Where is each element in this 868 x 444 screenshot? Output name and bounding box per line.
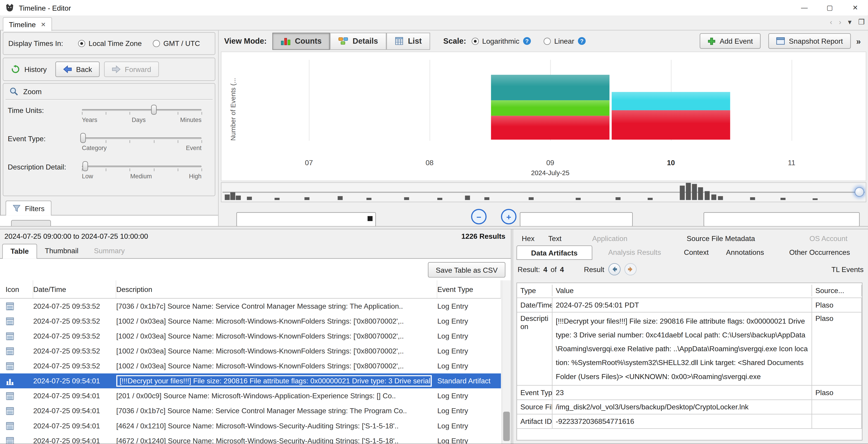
event-count-bar[interactable]: [612, 92, 730, 140]
tab-text[interactable]: Text: [540, 232, 570, 245]
slider-thumb[interactable]: [80, 133, 86, 143]
bar-segment: [491, 116, 610, 140]
view-mode-label-text: List: [408, 37, 422, 46]
event-count-bar[interactable]: [491, 75, 610, 140]
scale-label: Scale:: [443, 37, 466, 46]
timeline-scrubber[interactable]: [221, 182, 866, 202]
scrollbar-thumb[interactable]: [503, 412, 510, 441]
snapshot-report-button[interactable]: Snapshot Report: [768, 33, 850, 49]
tab-context[interactable]: Context: [677, 245, 716, 260]
scroll-tabs-left-icon[interactable]: ‹: [830, 18, 832, 26]
tab-timeline[interactable]: Timeline ✕: [3, 17, 52, 31]
tab-source-file-metadata[interactable]: Source File Metadata: [650, 232, 792, 245]
table-row[interactable]: 2024-07-25 09:54:01[4672 / 0x1240] Sourc…: [0, 433, 501, 444]
cell-datetime: 2024-07-25 09:54:01: [33, 407, 116, 415]
radio-logarithmic[interactable]: Logarithmic?: [472, 37, 532, 46]
slider-time-units[interactable]: [82, 105, 202, 116]
tab-hex[interactable]: Hex: [517, 232, 540, 245]
radio-linear[interactable]: Linear?: [544, 37, 587, 46]
forward-button-label: Forward: [125, 65, 151, 73]
slider-event-type[interactable]: [82, 133, 202, 144]
results-count: 1226 Results: [462, 232, 505, 241]
detail-row[interactable]: Artifact ID-9223372036854771616: [517, 414, 862, 429]
cell-description: [1002 / 0x03ea] Source Name: Microsoft-W…: [116, 317, 437, 325]
column-header-datetime[interactable]: Date/Time: [33, 280, 116, 298]
table-row[interactable]: 2024-07-25 09:53:52[1002 / 0x03ea] Sourc…: [0, 358, 501, 374]
view-mode-label: View Mode:: [224, 37, 267, 46]
help-icon[interactable]: ?: [578, 37, 587, 46]
detail-row[interactable]: Source File Path/img_disk2/vol_vol3/User…: [517, 400, 862, 415]
forward-button[interactable]: Forward: [104, 62, 159, 77]
close-button[interactable]: ✕: [842, 0, 868, 16]
slider-thumb[interactable]: [83, 161, 88, 171]
scrubber-handle[interactable]: [855, 187, 864, 197]
column-header-source[interactable]: Source...: [812, 285, 862, 296]
radio-label: Local Time Zone: [89, 39, 142, 48]
radio-local-time-zone[interactable]: Local Time Zone: [78, 39, 142, 48]
scroll-tabs-right-icon[interactable]: ›: [839, 18, 841, 26]
tab-filters[interactable]: Filters: [5, 201, 52, 215]
detail-row[interactable]: Event Type23Plaso: [517, 386, 862, 400]
help-icon[interactable]: ?: [523, 37, 532, 46]
slider-tick-label: Event: [186, 145, 202, 151]
radio-gmt-utc[interactable]: GMT / UTC: [153, 39, 200, 48]
scrubber-track[interactable]: [222, 192, 865, 193]
slider-tick-label: Category: [82, 145, 106, 151]
end-time-field[interactable]: [704, 212, 860, 226]
duration-field[interactable]: [520, 212, 632, 226]
save-table-csv-button[interactable]: Save Table as CSV: [428, 262, 505, 278]
timeline-controls-panel: Display Times In: Local Time ZoneGMT / U…: [0, 31, 218, 226]
previous-result-button[interactable]: [608, 263, 620, 275]
minimize-button[interactable]: —: [792, 0, 817, 16]
tab-close-icon[interactable]: ✕: [41, 21, 46, 28]
tab-other-occurrences[interactable]: Other Occurrences: [775, 245, 865, 260]
next-result-button[interactable]: [624, 263, 637, 275]
zoom-in-button[interactable]: +: [501, 209, 517, 225]
table-row[interactable]: 2024-07-25 09:54:01[7036 / 0x1b7c] Sourc…: [0, 403, 501, 418]
back-button[interactable]: Back: [56, 62, 100, 77]
x-tick-label: 07: [297, 158, 321, 167]
vertical-scrollbar[interactable]: [501, 280, 511, 444]
add-event-button[interactable]: Add Event: [700, 33, 761, 49]
tab-table[interactable]: Table: [2, 244, 37, 259]
table-row[interactable]: 2024-07-25 09:54:01[201 / 0x00c9] Source…: [0, 388, 501, 403]
table-row[interactable]: 2024-07-25 09:53:52[7036 / 0x1b7c] Sourc…: [0, 299, 501, 314]
scrubber-histogram-bar: [275, 198, 279, 200]
start-time-field[interactable]: [236, 212, 376, 226]
column-header-event-type[interactable]: Event Type: [437, 280, 501, 298]
view-mode-list[interactable]: List: [386, 32, 430, 50]
column-header-description[interactable]: Description: [116, 280, 437, 298]
table-row[interactable]: 2024-07-25 09:53:52[1002 / 0x03ea] Sourc…: [0, 314, 501, 329]
tab-list-dropdown-icon[interactable]: ▾: [848, 18, 851, 26]
scrubber-histogram-bar: [680, 185, 685, 200]
timeline-event-icon: [0, 377, 33, 385]
slider-thumb[interactable]: [151, 105, 156, 115]
table-row[interactable]: 2024-07-25 09:53:52[1002 / 0x03ea] Sourc…: [0, 329, 501, 344]
column-header-type[interactable]: Type: [517, 285, 553, 296]
tab-data-artifacts[interactable]: Data Artifacts: [517, 245, 592, 260]
horizontal-splitter[interactable]: [0, 226, 868, 230]
view-mode-counts[interactable]: Counts: [272, 32, 330, 50]
detail-row[interactable]: Description[!!!Decrypt your files!!!] Fi…: [517, 313, 862, 386]
table-row[interactable]: 2024-07-25 09:54:01[4624 / 0x1210] Sourc…: [0, 418, 501, 433]
scrubber-histogram-bar: [367, 198, 371, 200]
zoom-out-button[interactable]: −: [471, 209, 487, 225]
result-of-label: of: [551, 265, 557, 274]
slider-description-detail[interactable]: [82, 161, 202, 172]
view-mode-details[interactable]: Details: [330, 32, 386, 50]
maximize-pane-icon[interactable]: ❐: [858, 18, 865, 26]
table-row[interactable]: 2024-07-25 09:53:52[1002 / 0x03ea] Sourc…: [0, 344, 501, 358]
focused-cell: [!!!Decrypt your files!!!] File size: 29…: [116, 375, 432, 387]
column-header-value[interactable]: Value: [552, 285, 812, 296]
tab-annotations[interactable]: Annotations: [716, 245, 775, 260]
column-header-icon[interactable]: Icon: [0, 280, 33, 298]
table-row[interactable]: 2024-07-25 09:54:01[!!!Decrypt your file…: [0, 374, 501, 388]
vertical-splitter[interactable]: [511, 230, 513, 444]
maximize-button[interactable]: ▢: [817, 0, 843, 16]
tab-thumbnail[interactable]: Thumbnail: [37, 244, 86, 258]
scrubber-histogram-bar: [465, 196, 470, 200]
toolbar-overflow-chevron[interactable]: »: [856, 36, 861, 46]
detail-row[interactable]: Date/Time2024-07-25 09:54:01 PDTPlaso: [517, 298, 862, 313]
date-picker-button[interactable]: [368, 216, 373, 221]
scrubber-histogram-bar: [338, 196, 343, 200]
